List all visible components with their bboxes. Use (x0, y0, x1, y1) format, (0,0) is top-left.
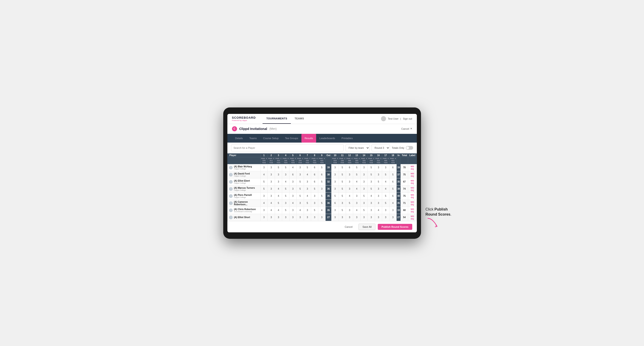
score-hole-10[interactable]: 3 (332, 178, 339, 185)
score-hole-15[interactable]: 5 (368, 185, 375, 192)
score-hole-9[interactable]: 5 (318, 199, 325, 207)
score-hole-7[interactable]: 5 (304, 164, 311, 171)
score-hole-13[interactable]: 5 (353, 171, 360, 178)
score-hole-9[interactable]: 4 (318, 207, 325, 214)
tab-leaderboards[interactable]: Leaderboards (316, 134, 338, 143)
score-hole-7[interactable]: 5 (304, 199, 311, 207)
publish-round-scores-button[interactable]: Publish Round Scores (378, 224, 412, 230)
score-hole-9[interactable]: 3 (318, 214, 325, 221)
score-hole-12[interactable]: 6 (346, 164, 353, 171)
score-hole-12[interactable]: 3 (346, 185, 353, 192)
score-hole-6[interactable]: 3 (296, 171, 304, 178)
score-hole-11[interactable]: 3 (339, 199, 346, 207)
score-hole-10[interactable]: 3 (332, 207, 339, 214)
filter-by-team-select[interactable]: Filter by team (346, 144, 370, 151)
score-hole-7[interactable]: 4 (304, 171, 311, 178)
wd-label[interactable]: WD (411, 215, 414, 217)
score-hole-7[interactable]: 4 (304, 192, 311, 199)
cancel-button-top[interactable]: Cancel ✕ (401, 127, 412, 130)
score-hole-6[interactable]: 4 (296, 207, 304, 214)
score-hole-14[interactable]: 3 (360, 178, 368, 185)
score-hole-15[interactable]: 3 (368, 178, 375, 185)
score-hole-5[interactable]: 4 (289, 164, 296, 171)
wd-label[interactable]: WD (411, 201, 414, 203)
score-hole-8[interactable]: 5 (311, 207, 318, 214)
score-hole-14[interactable]: 3 (360, 185, 368, 192)
score-hole-7[interactable]: 3 (304, 178, 311, 185)
score-hole-17[interactable]: 5 (382, 199, 389, 207)
sign-out-link[interactable]: Sign out (403, 117, 412, 120)
score-hole-7[interactable]: 3 (304, 214, 311, 221)
wd-label[interactable]: WD (411, 208, 414, 210)
dq-label[interactable]: DQ (411, 218, 414, 220)
score-hole-18[interactable]: 6 (389, 178, 396, 185)
score-hole-17[interactable]: 5 (382, 192, 389, 199)
score-hole-4[interactable]: 5 (282, 192, 289, 199)
save-all-button[interactable]: Save All (358, 224, 376, 230)
score-hole-8[interactable]: 3 (311, 199, 318, 207)
score-hole-11[interactable]: 5 (339, 164, 346, 171)
score-hole-13[interactable]: 3 (353, 214, 360, 221)
score-hole-2[interactable]: 4 (268, 207, 275, 214)
score-hole-15[interactable]: 3 (368, 207, 375, 214)
score-hole-5[interactable]: 4 (289, 199, 296, 207)
score-hole-13[interactable]: 3 (353, 199, 360, 207)
score-hole-17[interactable]: 3 (382, 207, 389, 214)
score-hole-4[interactable]: 4 (282, 178, 289, 185)
score-hole-3[interactable]: 4 (275, 192, 282, 199)
score-hole-8[interactable]: 3 (311, 214, 318, 221)
score-hole-5[interactable]: 6 (289, 171, 296, 178)
score-hole-3[interactable]: 4 (275, 207, 282, 214)
score-hole-11[interactable]: 5 (339, 207, 346, 214)
dq-label[interactable]: DQ (411, 203, 414, 206)
score-hole-13[interactable]: 4 (353, 185, 360, 192)
score-hole-10[interactable]: 5 (332, 192, 339, 199)
score-hole-3[interactable]: 4 (275, 185, 282, 192)
score-hole-16[interactable]: 3 (375, 171, 382, 178)
score-hole-11[interactable]: 5 (339, 171, 346, 178)
score-hole-3[interactable]: 5 (275, 164, 282, 171)
score-hole-2[interactable]: 3 (268, 171, 275, 178)
score-hole-17[interactable]: 3 (382, 164, 389, 171)
score-hole-8[interactable]: 6 (311, 164, 318, 171)
score-hole-2[interactable]: 3 (268, 214, 275, 221)
score-hole-14[interactable]: 3 (360, 199, 368, 207)
score-hole-9[interactable]: 5 (318, 164, 325, 171)
score-hole-17[interactable]: 4 (382, 185, 389, 192)
score-hole-2[interactable]: 3 (268, 192, 275, 199)
search-input[interactable] (231, 144, 344, 151)
score-hole-8[interactable]: 6 (311, 178, 318, 185)
score-hole-16[interactable]: 4 (375, 207, 382, 214)
score-hole-12[interactable]: 5 (346, 199, 353, 207)
score-hole-5[interactable]: 3 (289, 185, 296, 192)
score-hole-13[interactable]: 4 (353, 178, 360, 185)
dq-label[interactable]: DQ (411, 196, 414, 199)
score-hole-5[interactable]: 3 (289, 207, 296, 214)
score-hole-6[interactable]: 3 (296, 214, 304, 221)
score-hole-15[interactable]: 5 (368, 171, 375, 178)
score-hole-18[interactable]: 4 (389, 199, 396, 207)
score-hole-13[interactable]: 3 (353, 192, 360, 199)
score-hole-10[interactable]: 3 (332, 164, 339, 171)
tab-printables[interactable]: Printables (338, 134, 356, 143)
nav-teams[interactable]: TEAMS (291, 114, 308, 124)
score-hole-12[interactable]: 3 (346, 178, 353, 185)
score-hole-11[interactable]: 5 (339, 192, 346, 199)
score-hole-2[interactable]: 3 (268, 164, 275, 171)
totals-toggle-switch[interactable] (406, 146, 413, 150)
score-hole-16[interactable]: 3 (375, 214, 382, 221)
score-hole-9[interactable]: 3 (318, 185, 325, 192)
score-hole-10[interactable]: 6 (332, 199, 339, 207)
score-hole-10[interactable]: 3 (332, 185, 339, 192)
score-hole-1[interactable]: 3 (260, 214, 268, 221)
score-hole-6[interactable]: 5 (296, 178, 304, 185)
score-hole-3[interactable]: 3 (275, 171, 282, 178)
score-hole-7[interactable]: 3 (304, 185, 311, 192)
score-hole-1[interactable]: 4 (260, 171, 268, 178)
score-hole-16[interactable]: 3 (375, 185, 382, 192)
tab-teams[interactable]: Teams (246, 134, 260, 143)
round-select[interactable]: Round 3 (372, 144, 390, 151)
score-hole-4[interactable]: 5 (282, 164, 289, 171)
score-hole-11[interactable]: 5 (339, 178, 346, 185)
dq-label[interactable]: DQ (411, 189, 414, 191)
